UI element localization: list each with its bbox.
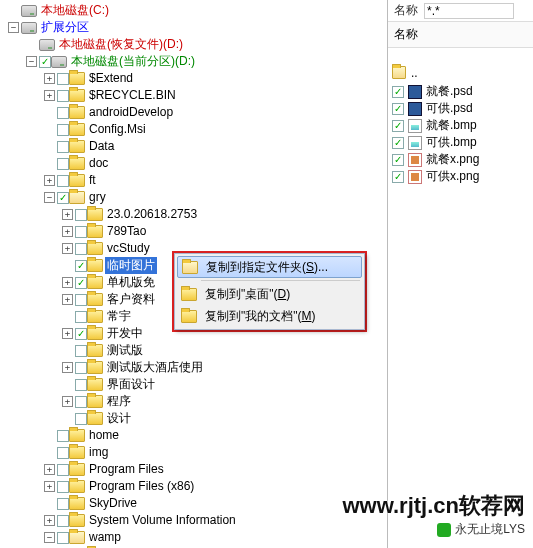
tree-checkbox[interactable]: [75, 226, 87, 238]
file-checkbox[interactable]: [392, 154, 404, 166]
tree-node-label[interactable]: 扩展分区: [39, 19, 91, 36]
expand-icon[interactable]: +: [44, 515, 55, 526]
ctx-copy-to-desktop[interactable]: 复制到"桌面"(D): [177, 283, 362, 305]
tree-node-label[interactable]: 设计: [105, 410, 133, 427]
tree-checkbox[interactable]: [75, 379, 87, 391]
tree-node-label[interactable]: 本地磁盘(C:): [39, 2, 111, 19]
tree-node[interactable]: −gry: [2, 189, 387, 206]
tree-checkbox[interactable]: [57, 481, 69, 493]
tree-node-label[interactable]: Program Files (x86): [87, 478, 196, 495]
tree-node[interactable]: +程序: [2, 393, 387, 410]
ctx-copy-to-folder[interactable]: 复制到指定文件夹(S)...: [177, 256, 362, 278]
tree-node[interactable]: androidDevelop: [2, 104, 387, 121]
expand-icon[interactable]: +: [44, 175, 55, 186]
tree-checkbox[interactable]: [57, 192, 69, 204]
tree-checkbox[interactable]: [57, 124, 69, 136]
tree-checkbox[interactable]: [57, 90, 69, 102]
tree-checkbox[interactable]: [75, 260, 87, 272]
expand-icon[interactable]: +: [62, 243, 73, 254]
collapse-icon[interactable]: −: [44, 532, 55, 543]
tree-node-label[interactable]: gry: [87, 189, 108, 206]
tree-node-label[interactable]: $Extend: [87, 70, 135, 87]
expand-icon[interactable]: +: [62, 226, 73, 237]
tree-node-label[interactable]: SkyDrive: [87, 495, 139, 512]
tree-node-label[interactable]: 789Tao: [105, 223, 148, 240]
tree-node-label[interactable]: Data: [87, 138, 116, 155]
filter-input[interactable]: [424, 3, 514, 19]
expand-icon[interactable]: +: [44, 90, 55, 101]
collapse-icon[interactable]: −: [44, 192, 55, 203]
tree-checkbox[interactable]: [75, 328, 87, 340]
tree-checkbox[interactable]: [57, 464, 69, 476]
tree-checkbox[interactable]: [75, 345, 87, 357]
tree-node[interactable]: SkyDrive: [2, 495, 387, 512]
tree-node[interactable]: +Program Files: [2, 461, 387, 478]
tree-checkbox[interactable]: [57, 73, 69, 85]
file-row[interactable]: 可供.psd: [392, 100, 529, 117]
tree-checkbox[interactable]: [75, 277, 87, 289]
tree-node-label[interactable]: System Volume Information: [87, 512, 238, 529]
tree-node-label[interactable]: 客户资料: [105, 291, 157, 308]
tree-checkbox[interactable]: [57, 430, 69, 442]
tree-node[interactable]: Config.Msi: [2, 121, 387, 138]
tree-checkbox[interactable]: [57, 447, 69, 459]
tree-node-label[interactable]: 界面设计: [105, 376, 157, 393]
tree-node[interactable]: 本地磁盘(C:): [2, 2, 387, 19]
ctx-copy-to-documents[interactable]: 复制到"我的文档"(M): [177, 305, 362, 327]
file-checkbox[interactable]: [392, 137, 404, 149]
tree-node[interactable]: +789Tao: [2, 223, 387, 240]
tree-node[interactable]: +$Extend: [2, 70, 387, 87]
tree-node[interactable]: +ft: [2, 172, 387, 189]
expand-icon[interactable]: +: [62, 209, 73, 220]
tree-node[interactable]: 本地磁盘(恢复文件)(D:): [2, 36, 387, 53]
tree-node[interactable]: −扩展分区: [2, 19, 387, 36]
file-row[interactable]: 就餐.psd: [392, 83, 529, 100]
tree-node-label[interactable]: wamp: [87, 529, 123, 546]
expand-icon[interactable]: +: [62, 277, 73, 288]
expand-icon[interactable]: +: [62, 294, 73, 305]
tree-node-label[interactable]: 23.0.20618.2753: [105, 206, 199, 223]
expand-icon[interactable]: +: [44, 73, 55, 84]
tree-node[interactable]: home: [2, 427, 387, 444]
tree-node-label[interactable]: home: [87, 427, 121, 444]
tree-checkbox[interactable]: [75, 362, 87, 374]
tree-node[interactable]: +测试版大酒店使用: [2, 359, 387, 376]
file-checkbox[interactable]: [392, 103, 404, 115]
tree-checkbox[interactable]: [57, 175, 69, 187]
file-checkbox[interactable]: [392, 171, 404, 183]
tree-checkbox[interactable]: [57, 141, 69, 153]
file-row[interactable]: 就餐x.png: [392, 151, 529, 168]
file-checkbox[interactable]: [392, 86, 404, 98]
tree-checkbox[interactable]: [75, 209, 87, 221]
tree-node-label[interactable]: Config.Msi: [87, 121, 148, 138]
tree-node-label[interactable]: Program Files: [87, 461, 166, 478]
tree-node[interactable]: −本地磁盘(当前分区)(D:): [2, 53, 387, 70]
tree-node[interactable]: img: [2, 444, 387, 461]
tree-node-label[interactable]: 开发中: [105, 325, 145, 342]
expand-icon[interactable]: +: [62, 328, 73, 339]
tree-node-label[interactable]: ft: [87, 172, 98, 189]
collapse-icon[interactable]: −: [8, 22, 19, 33]
expand-icon[interactable]: +: [44, 481, 55, 492]
expand-icon[interactable]: +: [44, 464, 55, 475]
tree-node[interactable]: +System Volume Information: [2, 512, 387, 529]
collapse-icon[interactable]: −: [26, 56, 37, 67]
file-checkbox[interactable]: [392, 120, 404, 132]
tree-checkbox[interactable]: [39, 56, 51, 68]
tree-checkbox[interactable]: [57, 107, 69, 119]
tree-node[interactable]: +23.0.20618.2753: [2, 206, 387, 223]
tree-checkbox[interactable]: [75, 311, 87, 323]
tree-node-label[interactable]: 测试版大酒店使用: [105, 359, 205, 376]
tree-checkbox[interactable]: [75, 413, 87, 425]
tree-node-label[interactable]: 测试版: [105, 342, 145, 359]
tree-node-label[interactable]: $RECYCLE.BIN: [87, 87, 178, 104]
file-row[interactable]: 就餐.bmp: [392, 117, 529, 134]
tree-checkbox[interactable]: [57, 515, 69, 527]
file-row[interactable]: ..: [392, 64, 529, 81]
tree-node-label[interactable]: androidDevelop: [87, 104, 175, 121]
tree-node-label[interactable]: 常宇: [105, 308, 133, 325]
expand-icon[interactable]: +: [62, 362, 73, 373]
tree-node[interactable]: +$RECYCLE.BIN: [2, 87, 387, 104]
tree-checkbox[interactable]: [75, 294, 87, 306]
expand-icon[interactable]: +: [62, 396, 73, 407]
